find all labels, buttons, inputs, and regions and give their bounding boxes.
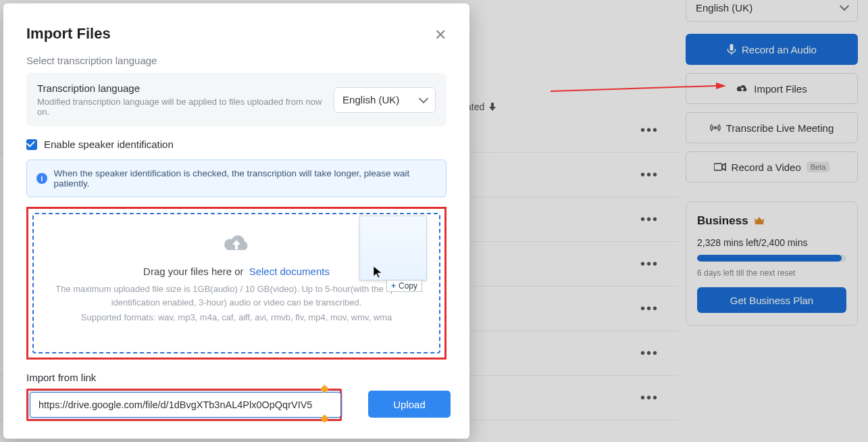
cloud-upload-icon: [222, 232, 251, 253]
transcription-language-desc: Modified transcription language will be …: [37, 97, 334, 117]
import-link-label: Import from link: [26, 372, 446, 383]
modal-title: Import Files: [26, 25, 446, 43]
upload-button-label: Upload: [393, 399, 426, 410]
drag-preview: + Copy: [359, 216, 427, 280]
plus-icon: +: [391, 281, 396, 291]
copy-badge-text: Copy: [399, 281, 417, 291]
info-icon: i: [36, 173, 47, 184]
select-documents-link[interactable]: Select documents: [249, 266, 330, 277]
copy-badge: + Copy: [386, 280, 422, 292]
transcription-language-value: English (UK): [342, 94, 399, 105]
file-dropzone[interactable]: Drag your files here or Select documents…: [32, 213, 440, 353]
speaker-label: Enable speaker identification: [44, 139, 174, 150]
dropzone-line2: The maximum uploaded file size is 1GB(au…: [47, 283, 426, 310]
speaker-checkbox[interactable]: [26, 139, 37, 150]
import-link-input[interactable]: [30, 392, 341, 418]
transcription-language-box: Transcription language Modified transcri…: [26, 73, 446, 126]
speaker-identification-row[interactable]: Enable speaker identification: [26, 139, 446, 150]
chevron-down-icon: [419, 93, 428, 103]
transcription-language-label: Transcription language: [37, 82, 334, 94]
transcription-language-select[interactable]: English (UK): [334, 87, 436, 113]
import-link-row: Upload: [26, 389, 446, 421]
dropzone-line1-pre: Drag your files here or: [143, 266, 243, 277]
dropzone-line1: Drag your files here or Select documents: [143, 266, 330, 277]
modal-subtitle: Select transcription language: [26, 55, 446, 66]
dropzone-line3: Supported formats: wav, mp3, m4a, caf, a…: [81, 312, 392, 322]
import-files-modal: Import Files ✕ Select transcription lang…: [3, 3, 469, 439]
upload-button[interactable]: Upload: [368, 391, 451, 418]
annotation-link-highlight: [26, 389, 342, 421]
speaker-info-banner: i When the speaker identification is che…: [26, 159, 446, 197]
close-icon[interactable]: ✕: [434, 26, 446, 44]
annotation-dropzone-highlight: Drag your files here or Select documents…: [26, 207, 446, 360]
cursor-icon: [374, 266, 383, 281]
speaker-info-text: When the speaker identification is check…: [54, 168, 436, 189]
